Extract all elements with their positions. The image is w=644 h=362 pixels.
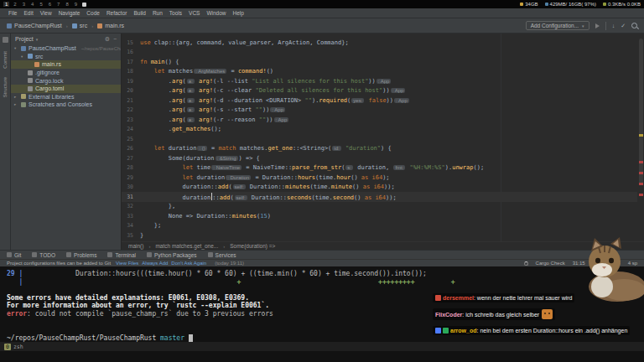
menu-vcs[interactable]: VCS [185,10,203,16]
window-icon [82,3,86,7]
toolwindow-git[interactable]: Git [7,252,21,258]
code-line-34[interactable]: 34 }; [122,221,644,231]
lib-icon [21,94,26,99]
tree-item-.gitignore[interactable]: .gitignore [11,69,121,77]
menu-view[interactable]: View [37,10,55,16]
error-stripe-mark[interactable] [639,183,643,185]
code-line-31[interactable]: 31 duration::add(self: Duration::seconds… [122,192,644,202]
project-tool-icon[interactable] [3,37,8,43]
breadcrumb-main.rs[interactable]: main.rs [97,23,124,28]
code-line-32[interactable]: 32 }, [122,202,644,212]
workspace-tag-8[interactable]: 8 [64,2,70,7]
toolwindow-todo[interactable]: TODO [32,252,55,258]
chevron-down-icon[interactable]: ▾ [36,37,39,42]
menu-window[interactable]: Window [203,10,229,16]
toolwindow-icon [32,252,37,257]
code-line-20[interactable]: 20 .arg(a: arg!(-c --clear "Deleted all … [122,86,644,96]
code-line-28[interactable]: 28 let time: NaiveTime = NaiveTime::pars… [122,163,644,173]
menu-edit[interactable]: Edit [20,10,36,16]
run-icon[interactable] [595,23,600,28]
tmux-window-index[interactable]: 0 [4,344,11,350]
menu-navigate[interactable]: Navigate [55,10,84,16]
search-icon[interactable] [631,23,637,28]
git-commit-icon[interactable]: ✓ [621,23,626,29]
root-icon [21,46,26,51]
code-line-21[interactable]: 21 .arg(a: arg!(-d --duration <DURATION>… [122,96,644,106]
code-line-25[interactable]: 25 [122,134,644,144]
scratch-icon [21,102,26,107]
workspace-tag-4[interactable]: 4 [29,2,35,7]
code-line-35[interactable]: 35} [122,230,644,240]
tree-item-PauseChampRust[interactable]: ▾PauseChampRust~/repos/PauseCha [11,44,121,53]
code-line-19[interactable]: 19 .arg(a: arg!(-l --list "List all sile… [122,76,644,86]
left-tool-strip: Commit Structure [0,34,11,250]
add-configuration-button[interactable]: Add Configuration... ▾ [526,21,589,30]
code-line-33[interactable]: 33 None => Duration::minutes(15) [122,211,644,221]
code-line-22[interactable]: 22 .arg(a: arg!(-s --start "")): App [122,106,644,116]
code-line-27[interactable]: 27 Some(duration: &String) => { [122,153,644,163]
cargo-check-progress[interactable]: Cargo Check [536,261,565,266]
warning-stripe-mark[interactable] [639,134,643,137]
toolwindow-terminal[interactable]: Terminal [107,252,136,258]
workspace-tag-5[interactable]: 5 [38,2,44,7]
file-icon [28,86,33,91]
menu-help[interactable]: Help [230,10,247,16]
code-line-17[interactable]: 17fn main() { [122,57,644,67]
breadcrumb-item[interactable]: match matches.get_one... [155,243,218,249]
menu-run[interactable]: Run [149,10,166,16]
toolwindow-python-packages[interactable]: Python Packages [147,252,197,258]
code-line-15[interactable]: 15use clap::{arg, command, value_parser,… [122,38,644,48]
breadcrumb-src[interactable]: src [72,23,87,28]
code-line-16[interactable]: 16 [122,48,644,58]
error-stripe-mark[interactable] [639,161,643,163]
menu-build[interactable]: Build [130,10,148,16]
tree-item-Cargo.toml[interactable]: Cargo.toml [11,85,121,93]
code-line-24[interactable]: 24 .get_matches(); [122,125,644,135]
commit-tool-button[interactable]: Commit [3,51,8,69]
code-line-23[interactable]: 23 .arg(a: arg!(-r --reason "")): App [122,115,644,125]
menu-refactor[interactable]: Refactor [103,10,131,16]
breadcrumb-PauseChampRust[interactable]: PauseChampRust [7,23,62,28]
collapse-all-icon[interactable]: − [113,36,117,43]
code-line-18[interactable]: 18 let matches: ArgMatches = command!() [122,67,644,77]
workspace-tag-9[interactable]: 9 [73,2,79,7]
terminal-line: ~/repos/PauseChampRust/PauseChampRust ma… [7,334,637,343]
statusbar-link[interactable]: View Files [116,261,138,266]
menu-tools[interactable]: Tools [166,10,185,16]
code-line-26[interactable]: 26 let duration: () = match matches.get_… [122,144,644,154]
rust-icon [97,23,102,28]
project-panel-title[interactable]: Project [15,36,34,42]
workspace-tag-6[interactable]: 6 [47,2,53,7]
structure-tool-button[interactable]: Structure [3,77,8,97]
toolwindow-problems[interactable]: Problems [66,252,96,258]
editor-scrollbar[interactable] [637,34,644,241]
breadcrumb-item[interactable]: Some(duration) => [230,243,275,249]
workspace-tag-2[interactable]: 2 [12,2,18,7]
error-stripe-mark[interactable] [639,194,643,196]
tmux-statusbar: 0 zsh [0,342,644,351]
tree-item-External Libraries[interactable]: ▸External Libraries [11,93,121,101]
git-update-icon[interactable]: ↓ [612,23,615,28]
code-line-29[interactable]: 29 let duration: Duration = Duration::ho… [122,173,644,183]
error-stripe-mark[interactable] [639,172,643,174]
menu-file[interactable]: File [5,10,20,16]
tree-item-Cargo.lock[interactable]: Cargo.lock [11,76,121,85]
statusbar-time: (today 19:11) [215,261,244,266]
code-editor[interactable]: 15use clap::{arg, command, value_parser,… [122,34,644,241]
statusbar-link[interactable]: Don't Ask Again [171,261,206,266]
breadcrumb-item[interactable]: main() [128,243,143,249]
menu-code[interactable]: Code [83,10,103,16]
tree-item-main.rs[interactable]: main.rs [11,60,121,69]
tmux-window-name[interactable]: zsh [13,344,23,350]
tree-item-Scratches and Consoles[interactable]: ▸Scratches and Consoles [11,101,121,109]
workspace-tag-1[interactable]: 1 [3,2,9,7]
workspace-tag-3[interactable]: 3 [21,2,27,7]
toolwindow-services[interactable]: Services [208,252,236,258]
code-line-30[interactable]: 30 duration::add(self: Duration::minutes… [122,183,644,193]
workspace-tag-7[interactable]: 7 [55,2,61,7]
breadcrumb-separator: › [66,23,68,28]
chat-message: FlixCoder: ich schreib das gleich selber [433,308,555,320]
tree-item-src[interactable]: ▾src [11,53,121,61]
settings-gear-icon[interactable]: ⚙ [105,36,110,43]
statusbar-link[interactable]: Always Add [142,261,168,266]
